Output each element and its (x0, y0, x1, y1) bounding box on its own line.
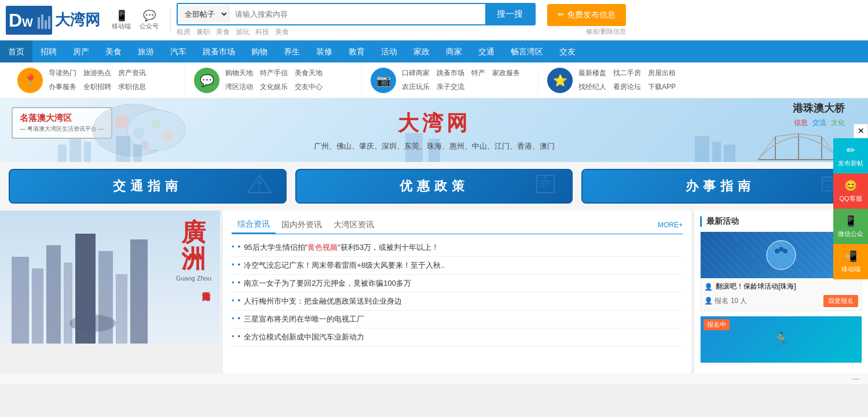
cat-link[interactable]: 办事服务 (49, 81, 76, 94)
cat-link[interactable]: 农庄玩乐 (402, 81, 430, 94)
minimize-btn[interactable]: — (852, 375, 859, 383)
header-tools: 📱 移动端 💬 公众号 (112, 9, 159, 31)
news-item-text: 全方位模式创新成中国汽车业新动力 (244, 332, 364, 342)
news-item-5[interactable]: • 三星宣布将关闭在华唯一的电视工厂 (232, 311, 683, 329)
news-item-2[interactable]: • 冷空气没忘记广东！周末带着雷雨+8级大风要来！至于入秋.. (232, 257, 683, 275)
nav-education[interactable]: 教育 (340, 40, 373, 62)
activity-icon-2: 🏃 (772, 331, 790, 348)
nav-travel[interactable]: 旅游 (130, 40, 162, 62)
svg-rect-3 (38, 17, 40, 29)
cat-link[interactable]: 求职信息 (118, 81, 146, 94)
search-tag-5[interactable]: 科技 (255, 27, 269, 37)
cat-link[interactable]: 家政服务 (492, 67, 520, 80)
cat-link[interactable]: 湾区活动 (225, 81, 253, 94)
float-close-button[interactable]: ✕ (854, 124, 868, 138)
search-tag-6[interactable]: 美食 (275, 27, 289, 37)
wechat-public-label: 微信公众 (838, 230, 863, 238)
nav-transport[interactable]: 交通 (470, 40, 503, 62)
search-tag-4[interactable]: 游玩 (236, 27, 250, 37)
activity-name-1: 翻滚吧！保龄球活动[珠海] (716, 282, 796, 291)
nav-housekeeping[interactable]: 家政 (405, 40, 438, 62)
banner: 名落澳大湾区 — 粤港澳大湾区生活资讯平台 — 大湾网 广州、佛山、肇庆、深圳、… (0, 98, 868, 162)
cat-icon-camera: 📷 (371, 68, 396, 93)
cat-link[interactable]: 特产 (471, 67, 485, 80)
news-item-4[interactable]: • 人行梅州市中支：把金融优惠政策送到企业身边 (232, 293, 683, 311)
quick-btn-transport-label: 交通指南 (113, 178, 182, 195)
news-more-link[interactable]: MORE+ (658, 221, 683, 229)
cat-link[interactable]: 美食天地 (295, 67, 323, 80)
mobile-tool[interactable]: 📱 移动端 (112, 9, 131, 31)
activity-count-1: 👤 报名 10 人 (704, 296, 747, 306)
cat-link[interactable]: 房屋出租 (648, 67, 676, 80)
cat-link[interactable]: 亲子交流 (437, 81, 464, 94)
nav-flea[interactable]: 跳蚤市场 (195, 40, 243, 62)
city-image: 廣 洲 Guang Zhou 粤港澳大湾區 (0, 211, 220, 344)
cat-link[interactable]: 交友中心 (295, 81, 323, 94)
wechat-tool[interactable]: 💬 公众号 (140, 9, 159, 31)
news-section: 综合资讯 国内外资讯 大湾区资讯 MORE+ • 95后大学生情侣拍"黄色视频"… (223, 211, 691, 374)
nav-business[interactable]: 商家 (438, 40, 470, 62)
search-button[interactable]: 搜一搜 (485, 4, 534, 24)
cat-link[interactable]: 口碑商家 (402, 67, 430, 80)
tab-bay-area[interactable]: 大湾区资讯 (328, 217, 380, 233)
wechat-public-icon: 📱 (844, 215, 857, 227)
cat-link[interactable]: 找二手房 (613, 67, 641, 80)
nav-housing[interactable]: 房产 (65, 40, 97, 62)
svg-marker-40 (544, 175, 547, 179)
search-category-select[interactable]: 全部帖子 (178, 6, 229, 23)
cat-link[interactable]: 购物天地 (225, 67, 253, 80)
quick-btn-guide[interactable]: 办事指南 (581, 169, 859, 204)
nav-jobs[interactable]: 招聘 (32, 40, 65, 62)
search-tag-2[interactable]: 兼职 (196, 27, 210, 37)
tab-comprehensive[interactable]: 综合资讯 (232, 216, 276, 234)
banner-tags: 信息 交流 文化 (752, 118, 845, 128)
float-mobile-btn[interactable]: 📲 移动端 (833, 244, 868, 279)
quick-btn-policy[interactable]: 优惠政策 (295, 169, 573, 204)
cat-link[interactable]: 房产资讯 (118, 67, 146, 80)
cat-link[interactable]: 看房论坛 (613, 81, 641, 94)
cat-link[interactable]: 导读热门 (49, 67, 76, 80)
post-button[interactable]: ✏ 免费发布信息 (547, 4, 626, 26)
tab-domestic[interactable]: 国内外资讯 (276, 217, 328, 233)
news-list: • 95后大学生情侣拍"黄色视频"获利53万，或被判十年以上！ • 冷空气没忘记… (232, 239, 683, 346)
nav-food[interactable]: 美食 (97, 40, 130, 62)
nav-bay[interactable]: 畅言湾区 (503, 40, 551, 62)
cat-link[interactable]: 文化娱乐 (260, 81, 288, 94)
nav-friends[interactable]: 交友 (551, 40, 584, 62)
news-item-3[interactable]: • 南京一女子为了要回2万元押金，竟被诈骗100多万 (232, 275, 683, 293)
nav-shopping[interactable]: 购物 (243, 40, 276, 62)
cat-link[interactable]: 最新楼盘 (578, 67, 606, 80)
float-wechat-btn[interactable]: 📱 微信公众 (833, 209, 868, 244)
cat-link[interactable]: 全职招聘 (83, 81, 111, 94)
city-name-char2: 洲 (181, 246, 206, 272)
nav-activities[interactable]: 活动 (373, 40, 405, 62)
main-content: 廣 洲 Guang Zhou 粤港澳大湾區 综合资讯 国内外资讯 大湾区资讯 M… (0, 211, 868, 374)
mobile-icon: 📱 (115, 9, 128, 22)
activity-image-2: 报名中 🏃 (701, 316, 862, 363)
quick-btn-transport[interactable]: 交通指南 (9, 169, 287, 204)
cat-link[interactable]: 找经纪人 (578, 81, 606, 94)
nav-auto[interactable]: 汽车 (162, 40, 195, 62)
search-tag-1[interactable]: 租房 (177, 27, 191, 37)
news-item-6[interactable]: • 全方位模式创新成中国汽车业新动力 (232, 329, 683, 346)
main-nav: 首页 招聘 房产 美食 旅游 汽车 跳蚤市场 购物 养生 装修 教育 活动 家政… (0, 40, 868, 62)
search-tag-3[interactable]: 美食 (216, 27, 230, 37)
float-post-btn[interactable]: ✏ 发布新帖 (833, 138, 868, 174)
nav-home[interactable]: 首页 (0, 40, 32, 62)
news-item-1[interactable]: • 95后大学生情侣拍"黄色视频"获利53万，或被判十年以上！ (232, 239, 683, 257)
activity-card-2: 报名中 🏃 (700, 316, 862, 363)
svg-text:W: W (22, 16, 33, 29)
cat-link[interactable]: 跳蚤市场 (437, 67, 464, 80)
register-btn-1[interactable]: 我要报名 (823, 295, 858, 307)
nav-health[interactable]: 养生 (276, 40, 308, 62)
post-icon: ✏ (847, 144, 855, 157)
nav-decoration[interactable]: 装修 (308, 40, 340, 62)
search-input[interactable] (229, 6, 485, 23)
cat-link[interactable]: 特产手信 (260, 67, 288, 80)
edit-info-link[interactable]: 修改/删除信息 (586, 27, 626, 36)
float-qq-btn[interactable]: 😊 QQ客服 (833, 174, 868, 209)
activity-label-2: 报名中 (704, 319, 730, 330)
cat-link[interactable]: 旅游热点 (83, 67, 111, 80)
cat-link[interactable]: 下载APP (648, 81, 676, 94)
news-tabs: 综合资讯 国内外资讯 大湾区资讯 MORE+ (232, 216, 683, 234)
